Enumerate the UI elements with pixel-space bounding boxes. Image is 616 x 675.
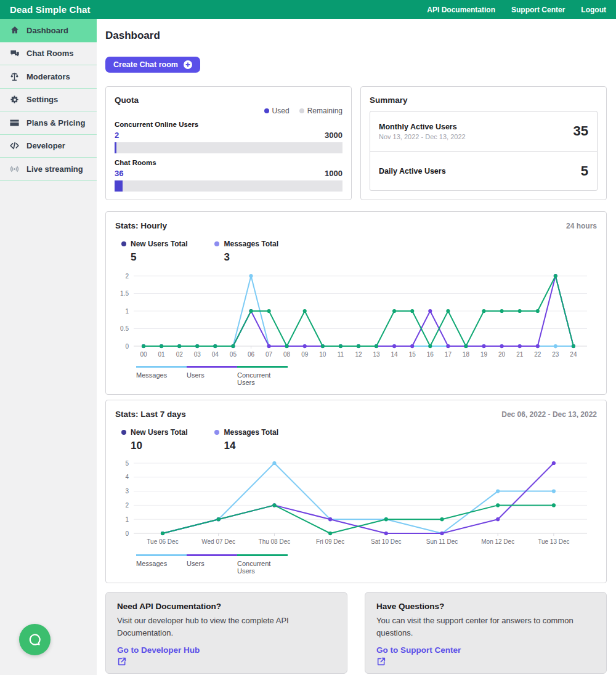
- quota-item-chat-rooms: Chat Rooms 36 1000: [115, 159, 342, 192]
- data-point: [440, 532, 444, 535]
- stats-hourly-card: Stats: Hourly 24 hours New Users Total 5…: [105, 211, 607, 395]
- create-chat-room-button[interactable]: Create Chat room: [105, 57, 200, 73]
- developer-hub-link[interactable]: Go to Developer Hub: [117, 645, 200, 655]
- sidebar-item-developer[interactable]: Developer: [0, 135, 97, 158]
- sidebar-item-dashboard[interactable]: Dashboard: [0, 19, 97, 42]
- data-point: [496, 490, 500, 493]
- app-brand: Dead Simple Chat: [10, 4, 91, 15]
- data-point: [375, 344, 378, 348]
- stat-value: 14: [224, 440, 278, 452]
- stat-messages-total: Messages Total 14: [214, 428, 278, 452]
- data-point: [410, 344, 414, 348]
- svg-text:Wed 07 Dec: Wed 07 Dec: [201, 538, 235, 545]
- data-point: [554, 274, 557, 278]
- data-point: [464, 344, 468, 348]
- support-center-link-bottom[interactable]: Go to Support Center: [376, 645, 461, 655]
- svg-text:02: 02: [176, 351, 184, 358]
- home-icon: [9, 25, 20, 36]
- data-point: [231, 344, 235, 348]
- svg-text:0.5: 0.5: [120, 325, 129, 332]
- svg-text:0: 0: [125, 343, 129, 350]
- quota-used-value: 36: [115, 169, 123, 178]
- sidebar-item-settings[interactable]: Settings: [0, 89, 97, 112]
- sidebar-item-label: Chat Rooms: [26, 49, 74, 58]
- svg-text:04: 04: [212, 351, 219, 358]
- data-point: [428, 309, 432, 313]
- gear-icon: [9, 94, 20, 105]
- stat-label: New Users Total: [131, 240, 187, 248]
- sidebar-item-chat-rooms[interactable]: Chat Rooms: [0, 42, 97, 66]
- sidebar-item-moderators[interactable]: Moderators: [0, 65, 97, 89]
- data-point: [552, 490, 556, 493]
- chat-support-widget[interactable]: [19, 624, 51, 655]
- summary-row-label: Monthly Active Users: [379, 123, 466, 131]
- chart-legend-item: Messages: [136, 366, 187, 386]
- data-point: [384, 517, 388, 521]
- sidebar-item-label: Developer: [26, 141, 65, 150]
- svg-text:21: 21: [516, 351, 524, 358]
- summary-row-label: Daily Active Users: [379, 167, 446, 176]
- data-point: [267, 344, 271, 348]
- data-point: [249, 309, 253, 313]
- svg-text:Sun 11 Dec: Sun 11 Dec: [426, 538, 458, 545]
- messages-dot-icon: [214, 241, 219, 246]
- svg-text:15: 15: [409, 351, 416, 358]
- data-point: [496, 503, 500, 507]
- summary-row-daily: Daily Active Users 5: [370, 151, 597, 190]
- svg-text:13: 13: [373, 351, 380, 358]
- stat-value: 5: [131, 251, 187, 264]
- logout-link[interactable]: Logout: [581, 6, 606, 14]
- sidebar-item-plans-pricing[interactable]: Plans & Pricing: [0, 111, 97, 135]
- data-point: [217, 517, 221, 521]
- api-documentation-link[interactable]: API Documentation: [427, 6, 495, 14]
- quota-legend: Used Remaining: [115, 107, 342, 115]
- summary-row-value: 5: [581, 163, 588, 179]
- svg-text:22: 22: [534, 351, 541, 358]
- svg-text:05: 05: [230, 351, 237, 358]
- sidebar-item-label: Settings: [26, 95, 58, 104]
- quota-item-concurrent-users: Concurrent Online Users 2 3000: [115, 121, 342, 153]
- footer-card-title: Need API Documentation?: [117, 602, 336, 611]
- new-users-dot-icon: [121, 430, 126, 435]
- data-point: [328, 517, 332, 521]
- sidebar: Dashboard Chat Rooms Moderators Settings…: [0, 19, 97, 675]
- series-line: [163, 463, 554, 533]
- data-point: [536, 344, 540, 348]
- data-point: [384, 532, 388, 535]
- support-center-link[interactable]: Support Center: [511, 6, 565, 14]
- messages-dot-icon: [214, 430, 219, 435]
- legend-remaining: Remaining: [299, 107, 342, 115]
- top-links: API Documentation Support Center Logout: [427, 6, 606, 14]
- sidebar-item-live-streaming[interactable]: Live streaming: [0, 158, 97, 181]
- svg-text:10: 10: [319, 351, 326, 358]
- legend-used-label: Used: [272, 107, 290, 115]
- svg-text:0: 0: [125, 530, 129, 537]
- svg-text:5: 5: [125, 460, 129, 467]
- svg-text:3: 3: [125, 488, 129, 495]
- chart-legend-item: Concurrent Users: [237, 366, 288, 386]
- stats-last7days-period: Dec 06, 2022 - Dec 13, 2022: [501, 410, 597, 419]
- legend-used: Used: [264, 107, 290, 115]
- stat-label: Messages Total: [224, 240, 278, 248]
- data-point: [328, 532, 332, 535]
- svg-text:23: 23: [552, 351, 559, 358]
- data-point: [518, 344, 522, 348]
- external-link-icon[interactable]: [117, 657, 336, 669]
- quota-limit-value: 1000: [325, 169, 342, 178]
- credit-card-icon: [9, 118, 20, 128]
- svg-text:11: 11: [338, 351, 344, 358]
- quota-used-value: 2: [115, 131, 119, 140]
- broadcast-icon: [9, 164, 20, 174]
- svg-text:09: 09: [301, 351, 309, 358]
- api-documentation-card: Need API Documentation? Visit our develo…: [105, 592, 347, 674]
- svg-text:00: 00: [140, 351, 147, 358]
- stat-value: 3: [224, 251, 278, 264]
- svg-text:14: 14: [391, 351, 399, 358]
- data-point: [552, 503, 556, 507]
- quota-progress-fill: [115, 142, 116, 153]
- svg-text:Tue 13 Dec: Tue 13 Dec: [538, 538, 569, 545]
- data-point: [142, 344, 145, 348]
- quota-limit-value: 3000: [325, 131, 342, 140]
- external-link-icon[interactable]: [376, 657, 595, 669]
- data-point: [177, 344, 181, 348]
